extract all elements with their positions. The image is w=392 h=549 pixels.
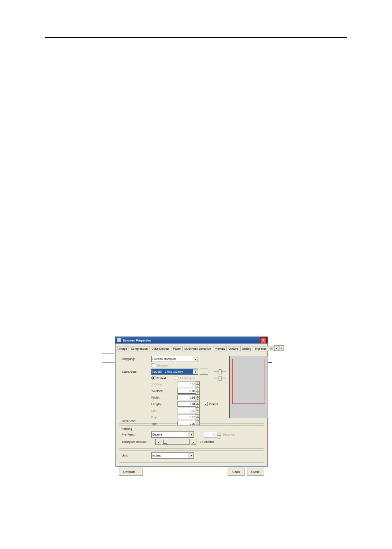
preview-pane [229, 356, 268, 418]
prefeed-label: Pre-Feed: [122, 433, 150, 436]
tab-color-dropout[interactable]: Color Dropout [150, 346, 172, 351]
chevron-down-icon: ▾ [189, 453, 194, 458]
y-offset-label: Y-Offset: [151, 389, 176, 393]
tab-compression[interactable]: Compression [129, 346, 150, 351]
prefeed-time-spinner: 0.0▴▾ [204, 432, 221, 438]
center-checkbox[interactable]: Center [204, 402, 219, 406]
scan-area-browse-button[interactable]: … [200, 369, 208, 375]
length-label: Length: [151, 402, 176, 406]
page: Scanner Properties X Image Compression C… [0, 0, 392, 549]
x-offset-spinner: 0.00▴▾ [178, 381, 200, 387]
tab-scroll-left[interactable]: ◂ [274, 345, 279, 351]
timeout-label: Transport Timeout: [122, 440, 154, 444]
width-spinner[interactable]: 6.93▴▾ [178, 394, 200, 400]
overscan-left-spinner: 0.00▴▾ [178, 408, 200, 413]
close-button[interactable]: Close [247, 468, 264, 476]
overscan-right-spinner: 0.00▴▾ [178, 414, 200, 420]
deskew-checkbox: Deskew [151, 363, 168, 367]
chevron-down-icon: ▾ [189, 432, 194, 437]
chevron-down-icon: ▾ [193, 369, 198, 374]
app-icon [117, 338, 121, 342]
overscan-label: OverScan: [122, 419, 150, 423]
timeout-slider[interactable]: ◂▸ [155, 439, 196, 445]
tab-options[interactable]: Options [226, 346, 240, 351]
defaults-button[interactable]: Defaults… [119, 468, 143, 476]
timeout-value: 0 Seconds [200, 440, 214, 444]
window-title: Scanner Properties [123, 339, 151, 342]
tab-scroll-right[interactable]: ▸ [279, 345, 284, 351]
unit-group: Unit: Inches ▾ [119, 450, 264, 463]
close-window-button[interactable]: X [260, 337, 267, 343]
unit-combo[interactable]: Inches ▾ [151, 452, 194, 459]
scan-area-combo[interactable]: ISO B5 – 176 x 250 mm ▾ [151, 369, 198, 375]
overscan-right-label: Right: [151, 415, 176, 419]
landscape-radio: Landscape [175, 376, 195, 380]
portrait-radio[interactable]: Portrait [151, 376, 166, 380]
width-label: Width: [151, 396, 176, 399]
timeout-row: Transport Timeout: ◂▸ 0 Seconds [122, 439, 261, 445]
unit-label: Unit: [122, 454, 150, 457]
scan-area-label: Scan Area: [122, 370, 150, 374]
scan-button[interactable]: Scan [228, 468, 244, 476]
chevron-down-icon: ▾ [193, 357, 198, 361]
cropping-label: Cropping: [122, 357, 150, 361]
offset-joystick[interactable] [214, 369, 226, 382]
feeding-heading: Feeding [122, 427, 261, 430]
tab-paper[interactable]: Paper [171, 346, 183, 351]
x-offset-label: X-Offset: [151, 383, 176, 386]
paper-panel: Cropping: Fixed to Transport ▾ Deskew [115, 351, 267, 466]
dialog-button-row: Defaults… Scan Close [115, 466, 267, 479]
prefeed-unit-label: Seconds [223, 433, 235, 436]
scanner-properties-dialog: Scanner Properties X Image Compression C… [115, 337, 268, 466]
title-bar[interactable]: Scanner Properties X [115, 337, 267, 344]
cropping-combo[interactable]: Fixed to Transport ▾ [151, 356, 198, 362]
header-rule [45, 37, 347, 38]
feeding-group: Feeding Pre-Feed: Disable ▾ 0.0▴▾ Second… [119, 425, 264, 449]
tab-strip: Image Compression Color Dropout Paper Mu… [115, 344, 267, 351]
tab-imprinter[interactable]: Imprinter [253, 346, 268, 351]
tab-multifeed[interactable]: Multi-Feed Detection [182, 346, 213, 351]
overscan-left-label: Left: [151, 409, 176, 413]
length-spinner[interactable]: 9.84▴▾ [178, 401, 200, 407]
prefeed-row: Pre-Feed: Disable ▾ 0.0▴▾ Seconds [122, 431, 261, 438]
preview-scan-area-rect [232, 359, 265, 404]
tab-more[interactable]: In [268, 346, 274, 351]
prefeed-combo[interactable]: Disable ▾ [151, 431, 194, 438]
tab-preview[interactable]: Preview [213, 346, 227, 351]
tab-scroll: ◂ ▸ [274, 345, 284, 351]
tab-setting[interactable]: Setting [240, 346, 254, 351]
y-offset-spinner[interactable]: 0.00▴▾ [178, 388, 200, 394]
tab-image[interactable]: Image [117, 346, 129, 351]
cropping-group: Cropping: Fixed to Transport ▾ Deskew [119, 354, 264, 424]
